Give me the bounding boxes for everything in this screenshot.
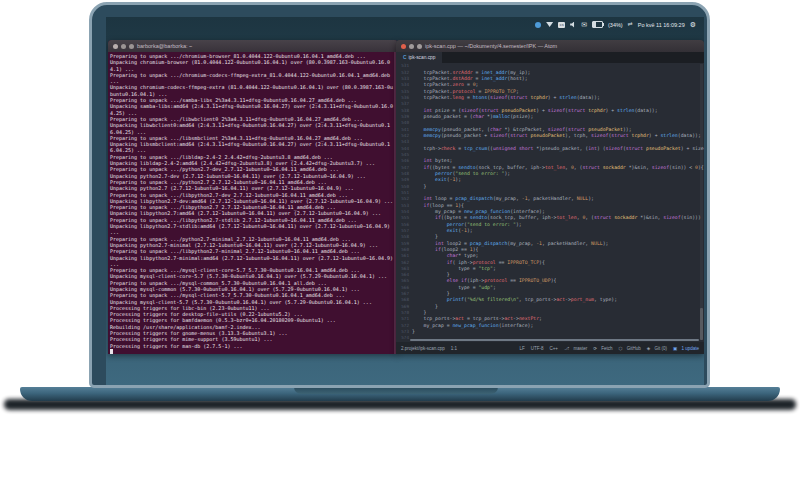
- scrollbar-handle[interactable]: [700, 308, 703, 340]
- status-line-ending[interactable]: LF: [519, 346, 524, 351]
- atom-title: ipk-scan.cpp — ~/Dokumenty/4.semester/IP…: [425, 43, 557, 49]
- terminal-window: barborka@barborka: ~ Preparing to unpack…: [108, 40, 398, 354]
- keyboard-layout-indicator[interactable]: cs: [558, 22, 565, 28]
- terminal-line: Unpacking samba-libs:amd64 (2:4.3.11+dfs…: [110, 103, 394, 116]
- atom-close-button[interactable]: [401, 44, 406, 49]
- terminal-line: Unpacking libwbclient0:amd64 (2:4.3.11+d…: [110, 122, 394, 135]
- status-github[interactable]: ⬡ GitHub: [618, 346, 640, 351]
- code-line: 544 tcph->check = tcp_csum((unsigned sho…: [396, 146, 704, 152]
- tab-ipk-scan-cpp[interactable]: C ipk-scan.cpp: [396, 52, 442, 63]
- network-icon[interactable]: [546, 22, 553, 27]
- clock-label[interactable]: Po kvě 11 16:09:29: [638, 22, 685, 28]
- system-tray: cs ✉ (34%) ⇄ Po kvě 11 16:09:29 ⚙: [535, 19, 696, 30]
- terminal-close-button[interactable]: [113, 44, 118, 49]
- battery-percent-label: (34%): [608, 22, 623, 28]
- terminal-line: Unpacking python2.7-dev (2.7.12-1ubuntu0…: [110, 173, 394, 179]
- git-diff-icon: ◈: [647, 346, 650, 351]
- terminal-cursor-line: [110, 349, 394, 354]
- mail-icon[interactable]: ✉: [581, 21, 587, 28]
- atom-titlebar[interactable]: ipk-scan.cpp — ~/Dokumenty/4.semester/IP…: [396, 40, 704, 52]
- atom-minimize-button[interactable]: [409, 44, 414, 49]
- terminal-line: Unpacking libpython2.7-minimal:amd64 (2.…: [110, 255, 394, 268]
- terminal-line: Preparing to unpack .../chromium-codecs-…: [110, 72, 394, 85]
- app-indicator-icon[interactable]: [535, 22, 541, 28]
- laptop-base-notch: [294, 387, 498, 394]
- atom-maximize-button[interactable]: [417, 44, 422, 49]
- terminal-line: Unpacking mysql-client-5.7 (5.7.30-0ubun…: [110, 299, 394, 305]
- input-switch-icon[interactable]: ⇄: [628, 21, 633, 28]
- terminal-minimize-button[interactable]: [121, 44, 126, 49]
- atom-window: ipk-scan.cpp — ~/Dokumenty/4.semester/IP…: [396, 40, 704, 354]
- terminal-line: Preparing to unpack .../libpython2.7-min…: [110, 248, 394, 254]
- terminal-line: Unpacking chromium-codecs-ffmpeg-extra (…: [110, 84, 394, 97]
- code-line: 542 memcpy(pseudo_packet + sizeof(struct…: [396, 133, 704, 139]
- laptop-lid: cs ✉ (34%) ⇄ Po kvě 11 16:09:29 ⚙ barbor…: [89, 2, 710, 388]
- session-gear-icon[interactable]: ⚙: [690, 21, 696, 29]
- terminal-line: Unpacking libpython2.7:amd64 (2.7.12-1ub…: [110, 210, 394, 216]
- terminal-title: barborka@barborka: ~: [137, 43, 192, 49]
- status-git-branch[interactable]: ⎇ master: [564, 346, 587, 351]
- volume-icon[interactable]: [570, 22, 576, 28]
- status-encoding[interactable]: UTF-8: [531, 346, 544, 351]
- terminal-line: Unpacking mysql-client-core-5.7 (5.7.30-…: [110, 273, 394, 279]
- status-language[interactable]: C++: [549, 346, 558, 351]
- c-file-icon: C: [403, 55, 406, 60]
- fetch-icon: ⟳: [593, 346, 597, 351]
- code-editor[interactable]: 530 tcph->urg_ptr = 0;531532 tcpPacket.s…: [396, 63, 704, 342]
- terminal-line: Unpacking python2.7 (2.7.12-1ubuntu0~16.…: [110, 185, 394, 191]
- laptop-mockup: cs ✉ (34%) ⇄ Po kvě 11 16:09:29 ⚙ barbor…: [0, 0, 800, 477]
- editor-vertical-scrollbar[interactable]: [700, 64, 703, 340]
- branch-icon: ⎇: [564, 346, 569, 351]
- laptop-base: [20, 387, 780, 401]
- atom-status-bar: 2.projekt/ipk-scan.cpp 1:1 LF UTF-8 C++ …: [396, 342, 704, 354]
- terminal-line: Unpacking chromium-browser (81.0.4044.12…: [110, 59, 394, 72]
- battery-fill: [593, 22, 596, 27]
- desktop-screen: cs ✉ (34%) ⇄ Po kvě 11 16:09:29 ⚙ barbor…: [106, 17, 704, 385]
- update-icon: ▣: [673, 346, 677, 351]
- terminal-line: Unpacking libpython2.7-stdlib:amd64 (2.7…: [110, 223, 394, 236]
- github-icon: ⬡: [618, 346, 622, 351]
- status-file-path[interactable]: 2.projekt/ipk-scan.cpp: [401, 346, 445, 351]
- status-git-changes[interactable]: ◈ Git (0): [647, 346, 667, 351]
- editor-horizontal-scrollbar[interactable]: [410, 339, 699, 341]
- terminal-output[interactable]: Preparing to unpack .../chromium-browser…: [108, 52, 398, 354]
- status-cursor-position[interactable]: 1:1: [451, 346, 457, 351]
- terminal-titlebar[interactable]: barborka@barborka: ~: [108, 40, 398, 52]
- tab-label: ipk-scan.cpp: [408, 55, 435, 60]
- atom-tab-bar: C ipk-scan.cpp: [396, 52, 704, 63]
- battery-icon[interactable]: [592, 21, 603, 28]
- status-fetch[interactable]: ⟳ Fetch: [593, 346, 612, 351]
- terminal-cursor: [110, 349, 113, 354]
- terminal-line: Unpacking libsmbclient:amd64 (2:4.3.11+d…: [110, 141, 394, 154]
- status-update-badge[interactable]: ▣ 1 update: [673, 346, 699, 351]
- terminal-maximize-button[interactable]: [129, 44, 134, 49]
